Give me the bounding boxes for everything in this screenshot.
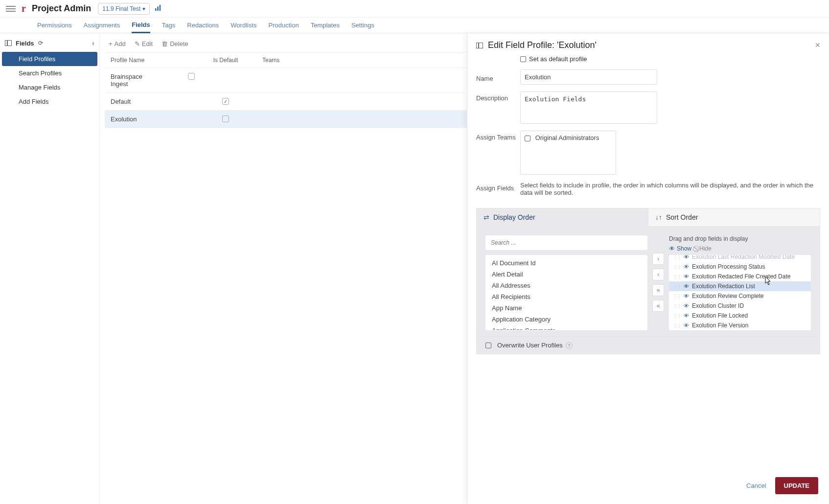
label-assign-fields: Assign Fields [476, 182, 520, 192]
list-item[interactable]: ⋮⋮ 👁 Exolution File Version [669, 321, 811, 330]
team-option: Original Administrators [535, 134, 599, 141]
plus-icon: + [109, 40, 113, 47]
help-icon[interactable]: ? [566, 342, 573, 349]
svg-rect-2 [160, 5, 161, 11]
update-button[interactable]: UPDATE [775, 477, 818, 494]
add-button[interactable]: + Add [109, 40, 126, 47]
delete-button[interactable]: 🗑 Delete [161, 40, 188, 47]
list-item[interactable]: ⋮⋮ 👁 Exolution Redacted File Created Dat… [669, 272, 811, 281]
move-left-button[interactable]: ‹ [652, 269, 664, 280]
tab-templates[interactable]: Templates [311, 18, 340, 32]
assign-fields-help: Select fields to include in profile, the… [520, 182, 820, 196]
menu-icon[interactable] [6, 4, 16, 14]
sidebar-item-search-profiles[interactable]: Search Profiles [2, 66, 97, 80]
edit-profile-drawer: Edit Field Profile: 'Exolution' × Set as… [467, 33, 829, 504]
drag-drop-hint: Drag and drop fields in display [669, 235, 811, 242]
tab-permissions[interactable]: Permissions [37, 18, 72, 32]
grip-icon[interactable]: ⋮⋮ [673, 264, 681, 270]
sidebar-item-field-profiles[interactable]: Field Profiles [2, 52, 97, 66]
sort-order-tab[interactable]: ↓↑ Sort Order [648, 208, 820, 227]
project-dropdown[interactable]: 11.9 Final Test ▾ [98, 3, 150, 15]
th-is-default[interactable]: Is Default [189, 57, 262, 64]
eye-icon[interactable]: 👁 [684, 303, 689, 309]
eye-icon[interactable]: 👁 [684, 313, 689, 319]
tab-production[interactable]: Production [269, 18, 299, 32]
show-link[interactable]: 👁 Show [669, 245, 691, 252]
move-all-right-button[interactable]: » [652, 284, 664, 296]
svg-rect-0 [155, 8, 157, 11]
page-title: Project Admin [32, 3, 91, 14]
list-item[interactable]: ⋮⋮ 👁 Exolution Review Complete [669, 291, 811, 301]
grip-icon[interactable]: ⋮⋮ [673, 294, 681, 299]
search-input[interactable] [485, 235, 647, 250]
close-icon[interactable]: × [815, 40, 820, 50]
chevron-down-icon: ▾ [142, 5, 145, 12]
hide-link[interactable]: ⃠ Hide [697, 245, 712, 252]
eye-icon[interactable]: 👁 [684, 322, 689, 328]
grip-icon[interactable]: ⋮⋮ [673, 274, 681, 279]
cell-name: Default [111, 98, 189, 105]
label-assign-teams: Assign Teams [476, 131, 520, 141]
display-order-tab[interactable]: ⇄ Display Order [476, 208, 648, 227]
tab-settings[interactable]: Settings [351, 18, 374, 32]
swap-icon: ⇄ [484, 213, 489, 221]
analytics-icon[interactable] [155, 4, 161, 13]
svg-rect-1 [157, 6, 159, 11]
eye-icon: 👁 [669, 245, 675, 252]
tab-assignments[interactable]: Assignments [84, 18, 120, 32]
label-name: Name [476, 72, 520, 82]
selected-fields-list: ⋮⋮ 👁 Exolution Last Redaction Modified D… [669, 255, 811, 330]
eye-icon[interactable]: 👁 [684, 293, 689, 299]
grip-icon[interactable]: ⋮⋮ [673, 313, 681, 319]
list-item[interactable]: AI Document Id [486, 257, 647, 269]
set-default-label: Set as default profile [529, 55, 587, 63]
description-textarea[interactable] [520, 92, 657, 124]
move-all-left-button[interactable]: « [652, 300, 664, 312]
tab-fields[interactable]: Fields [132, 18, 150, 33]
cancel-button[interactable]: Cancel [746, 482, 766, 489]
team-checkbox[interactable] [525, 136, 530, 141]
eye-icon[interactable]: 👁 [684, 264, 689, 270]
default-checkbox[interactable] [222, 98, 229, 105]
list-item[interactable]: Application Comments [486, 325, 647, 330]
sidebar-item-manage-fields[interactable]: Manage Fields [2, 80, 97, 94]
list-item[interactable]: ⋮⋮ 👁 Exolution Redaction List [669, 281, 811, 291]
name-input[interactable] [520, 69, 657, 85]
list-item[interactable]: Alert Detail [486, 269, 647, 280]
default-checkbox[interactable] [222, 115, 229, 122]
tab-tags[interactable]: Tags [162, 18, 175, 32]
move-right-button[interactable]: › [652, 253, 664, 265]
set-default-checkbox[interactable] [520, 56, 526, 62]
tab-redactions[interactable]: Redactions [187, 18, 219, 32]
eye-icon[interactable]: 👁 [684, 255, 689, 260]
sidebar-item-add-fields[interactable]: Add Fields [2, 94, 97, 109]
sidebar-title: Fields [16, 40, 34, 47]
grip-icon[interactable]: ⋮⋮ [673, 323, 681, 328]
eye-icon[interactable]: 👁 [684, 274, 689, 279]
list-item[interactable]: All Addresses [486, 280, 647, 291]
grip-icon[interactable]: ⋮⋮ [673, 284, 681, 289]
list-item[interactable]: ⋮⋮ 👁 Exolution Last Redaction Modified D… [669, 255, 811, 262]
sort-icon: ↓↑ [655, 213, 662, 221]
list-item[interactable]: App Name [486, 302, 647, 314]
grip-icon[interactable]: ⋮⋮ [673, 255, 681, 260]
pencil-icon: ✎ [135, 40, 140, 47]
grip-icon[interactable]: ⋮⋮ [673, 303, 681, 309]
collapse-sidebar-icon[interactable]: ‹ [92, 39, 94, 47]
list-item[interactable]: ⋮⋮ 👁 Exolution Cluster ID [669, 301, 811, 311]
th-profile-name[interactable]: Profile Name [111, 57, 189, 64]
refresh-icon[interactable]: ⟳ [38, 40, 43, 46]
eye-icon[interactable]: 👁 [684, 283, 689, 289]
default-checkbox[interactable] [188, 73, 195, 80]
edit-button[interactable]: ✎ Edit [135, 40, 153, 47]
list-item[interactable]: Application Category [486, 314, 647, 325]
list-item[interactable]: ⋮⋮ 👁 Exolution Processing Status [669, 262, 811, 272]
list-item[interactable]: ⋮⋮ 👁 Exolution File Locked [669, 311, 811, 321]
tabs: Permissions Assignments Fields Tags Reda… [0, 18, 829, 33]
overwrite-checkbox[interactable] [485, 343, 491, 348]
drawer-title: Edit Field Profile: 'Exolution' [488, 40, 597, 50]
app-logo: r [22, 3, 26, 14]
tab-wordlists[interactable]: Wordlists [230, 18, 256, 32]
overwrite-label: Overwrite User Profiles [497, 342, 563, 349]
list-item[interactable]: All Recipients [486, 291, 647, 302]
